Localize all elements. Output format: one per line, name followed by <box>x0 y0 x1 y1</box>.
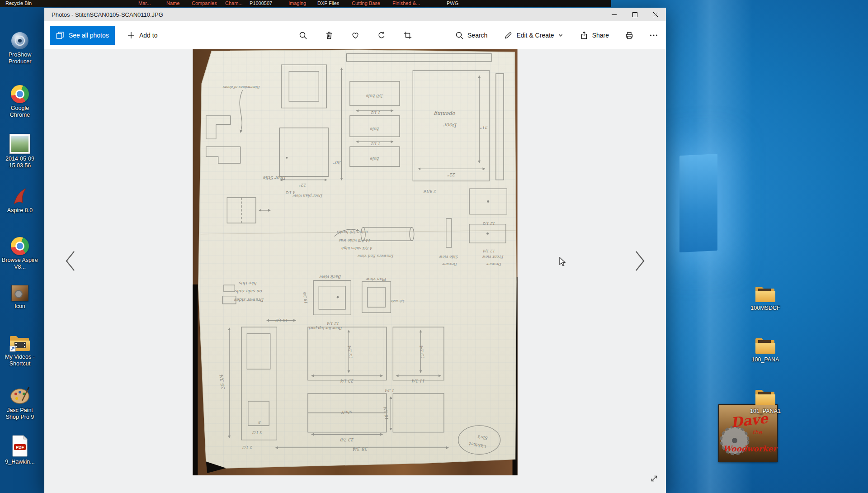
sketch-annotation: on side rails <box>235 289 262 294</box>
sketch-annotation: 2 1/2 <box>242 445 252 450</box>
sketch-annotation: Front view <box>482 255 504 259</box>
desktop-icon-label[interactable]: Recycle Bin <box>5 0 32 6</box>
maximize-button[interactable] <box>624 8 645 21</box>
desktop-icon-photo-file[interactable]: 2014-05-09 15.03.56 <box>0 134 40 169</box>
edit-create-label: Edit & Create <box>516 32 554 39</box>
desktop-icon-pdf[interactable]: PDF 9_Hawkin... <box>0 435 40 465</box>
previous-photo-button[interactable] <box>60 242 81 280</box>
zoom-button[interactable] <box>296 28 310 42</box>
share-label: Share <box>592 32 609 39</box>
sketch-annotation: 22" <box>447 172 455 177</box>
sketch-annotation: using 3/8 banks <box>337 230 368 234</box>
photos-app-window: Photos - StitchSCAN0105-SCAN0110.JPG See… <box>44 8 666 493</box>
plus-icon <box>127 31 136 40</box>
chevron-right-icon <box>634 250 646 272</box>
folder-icon <box>755 386 776 406</box>
pdf-badge: PDF <box>16 445 24 450</box>
sketch-annotation: 23 1/4 <box>340 379 354 384</box>
sketch-annotation: hole <box>370 156 379 161</box>
background-item-label[interactable]: Cham... <box>225 0 243 6</box>
chevron-left-icon <box>65 250 76 272</box>
desktop-icon-label: Google Chrome <box>0 105 40 119</box>
desktop-icon-label: Aspire 8.0 <box>7 207 33 214</box>
mouse-cursor <box>559 257 568 267</box>
desktop-icon-101pana1[interactable]: 101_PANA1 <box>745 386 785 415</box>
proshow-orb-icon <box>11 32 29 50</box>
desktop-icon-my-videos[interactable]: My Videos - Shortcut <box>0 333 40 367</box>
desktop-icon-label: ProShow Producer <box>0 52 40 65</box>
background-item-label[interactable]: Finished &... <box>392 0 420 6</box>
sketch-annotation: Door for top part <box>308 326 342 331</box>
sketch-annotation: Drawer <box>442 262 457 266</box>
rotate-button[interactable] <box>375 28 388 42</box>
sketch-annotation: 30" <box>333 160 341 165</box>
close-button[interactable] <box>645 8 666 21</box>
next-photo-button[interactable] <box>629 242 651 280</box>
print-button[interactable] <box>623 28 636 42</box>
minimize-button[interactable] <box>604 8 624 21</box>
see-all-photos-button[interactable]: See all photos <box>50 26 115 45</box>
paint-palette-icon <box>9 385 30 405</box>
sepia-thumbnail-icon <box>11 285 28 301</box>
pdf-file-icon: PDF <box>11 435 28 457</box>
sketch-annotation: 3 1/2 <box>252 430 262 435</box>
desktop: { "colors": { "accent": "#0078d7", "wall… <box>0 0 868 493</box>
desktop-icon-chrome[interactable]: Google Chrome <box>0 85 40 119</box>
photo-thumbnail-icon <box>9 134 30 154</box>
see-all-photos-label: See all photos <box>69 32 109 39</box>
desktop-icon-100pana[interactable]: 100_PANA <box>745 335 785 363</box>
background-item-label[interactable]: Imaging <box>288 0 306 6</box>
titlebar[interactable]: Photos - StitchSCAN0105-SCAN0110.JPG <box>44 8 666 21</box>
search-button[interactable]: Search <box>452 28 490 43</box>
sketch-annotation: Side view <box>439 255 458 259</box>
desktop-icon-label: 2014-05-09 15.03.56 <box>0 156 40 169</box>
edit-create-button[interactable]: Edit & Create <box>501 28 566 43</box>
sketch-annotation: shelf <box>341 410 352 415</box>
fullscreen-button[interactable] <box>647 472 661 485</box>
background-item-label[interactable]: Mar... <box>138 0 151 6</box>
desktop-icon-aspire[interactable]: Aspire 8.0 <box>0 187 40 214</box>
sketch-annotation: 1 1/2 <box>371 110 380 114</box>
background-item-label[interactable]: Cutting Base <box>352 0 380 6</box>
background-item-label[interactable]: Companies <box>192 0 217 6</box>
photo-display[interactable]: Dimensions of doors Door Stile Door plan… <box>193 49 518 475</box>
desktop-icon-label: Browse Aspire V8... <box>0 257 40 270</box>
background-item-label[interactable]: DXF Files <box>317 0 339 6</box>
chevron-down-icon <box>558 33 563 38</box>
desktop-icon-icon-image[interactable]: Icon <box>0 285 40 310</box>
crop-button[interactable] <box>401 28 415 42</box>
aspire-feather-icon <box>12 187 28 205</box>
ellipsis-icon <box>649 31 658 40</box>
wallpaper-glow-panel <box>679 154 717 252</box>
sketch-annotation: 38 3/4 <box>353 446 368 452</box>
crop-icon <box>403 31 412 40</box>
desktop-icon-browse-aspire[interactable]: Browse Aspire V8... <box>0 237 40 270</box>
desktop-icon-label: Icon <box>14 303 25 310</box>
sketch-annotation: like this <box>239 281 257 286</box>
sketch-annotation: 4 1/2 <box>286 190 295 194</box>
add-to-button[interactable]: Add to <box>122 26 162 45</box>
search-label: Search <box>467 32 487 39</box>
desktop-icon-jasc[interactable]: Jasc Paint Shop Pro 9 <box>0 385 40 421</box>
sketch-annotation: 3/8 wide <box>391 299 405 303</box>
heart-icon <box>351 31 360 40</box>
desktop-icon-label: 101_PANA1 <box>750 408 781 415</box>
background-item-label[interactable]: P1000507 <box>250 0 272 6</box>
sketch-annotation: 23 7/8 <box>340 437 354 442</box>
expand-icon <box>650 474 658 483</box>
share-button[interactable]: Share <box>577 28 612 43</box>
search-icon <box>455 31 464 40</box>
desktop-icon-100msdcf[interactable]: 100MSDCF <box>745 283 785 312</box>
more-button[interactable] <box>647 28 660 42</box>
favorite-button[interactable] <box>349 28 362 42</box>
background-item-label[interactable]: PWG <box>447 0 458 6</box>
photo-collection-icon <box>56 31 65 40</box>
sketch-annotation: 5 <box>258 420 261 425</box>
desktop-icon-label: 100_PANA <box>752 356 779 363</box>
background-item-label[interactable]: Name <box>166 0 179 6</box>
desktop-icon-proshow[interactable]: ProShow Producer <box>0 32 40 65</box>
sketch-annotation: 12 3/4 <box>483 249 495 253</box>
delete-button[interactable] <box>322 28 336 42</box>
magnifier-icon <box>298 31 307 40</box>
sketch-annotation: Drawer sides <box>234 298 264 303</box>
